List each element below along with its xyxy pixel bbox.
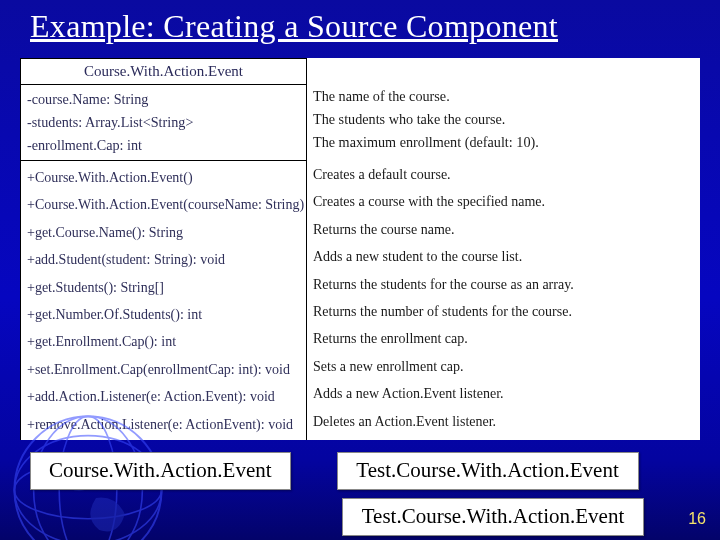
uml-op-desc: Returns the students for the course as a… bbox=[313, 271, 700, 298]
uml-attr-desc: The students who take the course. bbox=[313, 108, 700, 131]
uml-op-sig: +Course.With.Action.Event() bbox=[27, 164, 300, 191]
uml-op-sig: +remove.Action.Listener(e: ActionEvent):… bbox=[27, 411, 300, 438]
uml-attributes-left: -course.Name: String -students: Array.Li… bbox=[20, 85, 307, 161]
uml-op-desc: Processes an Action.Event. bbox=[313, 435, 700, 440]
uml-op-sig: +add.Student(student: String): void bbox=[27, 246, 300, 273]
uml-op-desc: Adds a new student to the course list. bbox=[313, 243, 700, 270]
uml-operations-right: Creates a default course. Creates a cour… bbox=[307, 161, 700, 440]
page-number: 16 bbox=[688, 510, 706, 528]
uml-classname-row: Course.With.Action.Event bbox=[20, 58, 700, 85]
slide-title: Example: Creating a Source Component bbox=[0, 0, 720, 45]
test-course-with-action-event-button[interactable]: Test.Course.With.Action.Event bbox=[337, 452, 639, 490]
uml-op-desc: Returns the enrollment cap. bbox=[313, 325, 700, 352]
uml-op-desc: Returns the course name. bbox=[313, 216, 700, 243]
uml-attr-sig: -enrollment.Cap: int bbox=[27, 134, 300, 157]
uml-op-desc: Adds a new Action.Event listener. bbox=[313, 380, 700, 407]
uml-operations-left: +Course.With.Action.Event() +Course.With… bbox=[20, 161, 307, 440]
uml-op-sig: +get.Course.Name(): String bbox=[27, 219, 300, 246]
uml-op-desc: Deletes an Action.Event listener. bbox=[313, 408, 700, 435]
uml-class-name: Course.With.Action.Event bbox=[20, 58, 307, 85]
uml-op-desc: Returns the number of students for the c… bbox=[313, 298, 700, 325]
uml-attributes-section: -course.Name: String -students: Array.Li… bbox=[20, 85, 700, 161]
uml-op-sig: +set.Enrollment.Cap(enrollmentCap: int):… bbox=[27, 356, 300, 383]
course-with-action-event-button[interactable]: Course.With.Action.Event bbox=[30, 452, 291, 490]
uml-op-desc: Creates a course with the specified name… bbox=[313, 188, 700, 215]
uml-attr-desc: The name of the course. bbox=[313, 85, 700, 108]
uml-operations-section: +Course.With.Action.Event() +Course.With… bbox=[20, 161, 700, 440]
uml-diagram-panel: Course.With.Action.Event -course.Name: S… bbox=[20, 58, 700, 440]
uml-op-desc: Creates a default course. bbox=[313, 161, 700, 188]
uml-op-sig: -process.Event(e: Action.Event): void bbox=[27, 438, 300, 440]
uml-op-desc: Sets a new enrollment cap. bbox=[313, 353, 700, 380]
uml-op-sig: +Course.With.Action.Event(courseName: St… bbox=[27, 191, 300, 218]
uml-attr-sig: -students: Array.List<String> bbox=[27, 111, 300, 134]
uml-classname-spacer bbox=[307, 58, 700, 85]
uml-attr-desc: The maximum enrollment (default: 10). bbox=[313, 131, 700, 154]
uml-attr-sig: -course.Name: String bbox=[27, 88, 300, 111]
uml-op-sig: +get.Students(): String[] bbox=[27, 274, 300, 301]
button-row-2: Test.Course.With.Action.Event bbox=[342, 498, 644, 536]
test-course-with-action-event-button-2[interactable]: Test.Course.With.Action.Event bbox=[342, 498, 644, 536]
button-row: Course.With.Action.Event Test.Course.Wit… bbox=[30, 452, 639, 490]
slide: Example: Creating a Source Component Cou… bbox=[0, 0, 720, 540]
uml-op-sig: +get.Number.Of.Students(): int bbox=[27, 301, 300, 328]
uml-op-sig: +add.Action.Listener(e: Action.Event): v… bbox=[27, 383, 300, 410]
uml-attributes-right: The name of the course. The students who… bbox=[307, 85, 700, 161]
uml-op-sig: +get.Enrollment.Cap(): int bbox=[27, 328, 300, 355]
